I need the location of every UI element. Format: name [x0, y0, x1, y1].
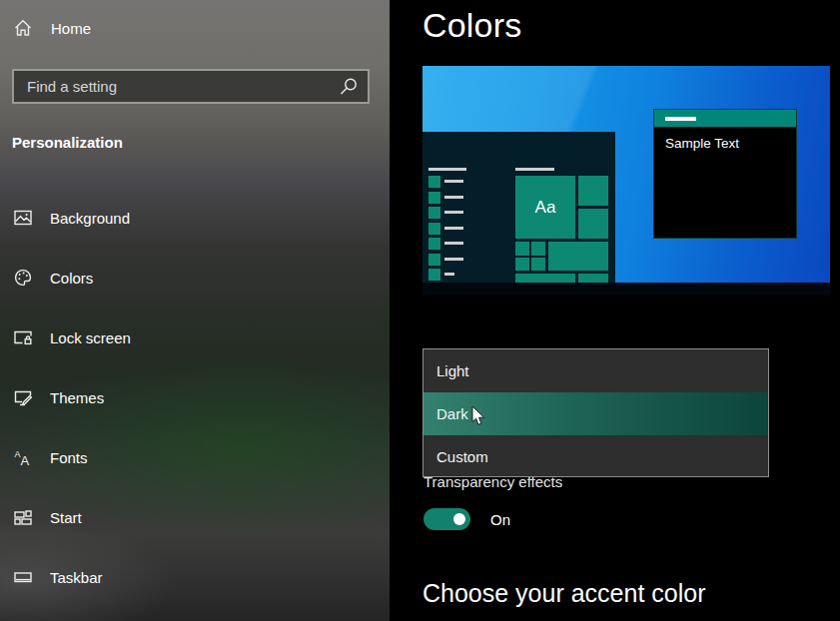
sidebar-home-label: Home — [51, 20, 91, 37]
menu-header-bar — [428, 168, 466, 171]
fonts-icon: A A — [13, 447, 33, 467]
menu-line — [444, 180, 463, 183]
toggle-knob — [453, 513, 465, 525]
sidebar-item-label: Fonts — [50, 449, 88, 466]
preview-tile — [578, 176, 608, 206]
transparency-toggle[interactable] — [423, 508, 470, 530]
sidebar-item-label: Background — [50, 210, 130, 227]
sidebar-item-home[interactable]: Home — [13, 14, 373, 42]
taskbar-icon — [13, 567, 33, 587]
preview-tile — [531, 258, 545, 271]
menu-app-square — [428, 269, 440, 281]
search-box[interactable] — [12, 69, 370, 104]
sidebar-item-start[interactable]: Start — [0, 487, 390, 547]
dropdown-option-dark[interactable]: Dark — [423, 392, 768, 435]
themes-icon — [13, 387, 33, 407]
preview-sample-text: Sample Text — [665, 136, 739, 151]
dropdown-option-dark-label: Dark — [436, 405, 468, 422]
menu-app-square — [428, 254, 440, 266]
page-title: Colors — [422, 6, 521, 45]
preview-tile — [515, 258, 529, 271]
sidebar-item-lock-screen[interactable]: Lock screen — [0, 308, 390, 367]
transparency-toggle-row: On — [423, 508, 510, 530]
image-icon — [13, 208, 33, 228]
color-mode-dropdown: Light Dark Custom — [422, 348, 769, 477]
sidebar-item-label: Taskbar — [50, 569, 103, 586]
preview-tile — [548, 242, 608, 271]
content-pane: Colors Aa — [390, 0, 840, 621]
palette-icon — [13, 268, 33, 288]
menu-line — [444, 227, 463, 230]
menu-line — [444, 258, 463, 261]
start-tiles-icon — [13, 507, 33, 527]
settings-window: Home Personalization Background — [0, 0, 840, 621]
preview-window-title-dash — [665, 117, 696, 121]
preview-tile — [578, 274, 608, 283]
preview-start-menu: Aa — [422, 132, 615, 283]
search-input[interactable] — [14, 71, 338, 102]
preview-taskbar — [422, 283, 830, 296]
sidebar-item-label: Lock screen — [50, 329, 131, 346]
menu-app-square — [428, 176, 440, 188]
preview-tile — [515, 242, 529, 256]
menu-line — [444, 196, 463, 199]
accent-color-heading: Choose your accent color — [422, 579, 705, 608]
lock-screen-icon — [13, 327, 33, 347]
tiles-header-bar — [515, 168, 554, 171]
sidebar-section-title: Personalization — [12, 134, 123, 151]
sidebar-item-fonts[interactable]: A A Fonts — [0, 427, 390, 487]
sidebar-item-label: Themes — [50, 389, 104, 406]
sidebar-item-colors[interactable]: Colors — [0, 248, 390, 308]
sidebar-item-background[interactable]: Background — [0, 188, 390, 248]
preview-window-titlebar — [654, 110, 796, 127]
menu-line — [444, 242, 463, 245]
menu-app-square — [428, 207, 440, 219]
preview-tile — [531, 242, 545, 256]
sidebar-item-label: Colors — [50, 270, 93, 287]
search-icon[interactable] — [338, 76, 360, 98]
menu-line — [444, 211, 463, 214]
sidebar-item-taskbar[interactable]: Taskbar — [0, 547, 390, 607]
svg-text:A: A — [21, 453, 30, 468]
theme-preview: Aa Sample Text — [422, 66, 830, 296]
menu-app-square — [428, 238, 440, 250]
sidebar: Home Personalization Background — [0, 0, 390, 621]
preview-large-tile: Aa — [515, 176, 575, 239]
menu-app-square — [428, 223, 440, 235]
menu-line — [444, 273, 454, 276]
preview-tile — [578, 209, 608, 239]
sidebar-item-label: Start — [50, 509, 82, 526]
menu-app-square — [428, 192, 440, 204]
dropdown-option-custom[interactable]: Custom — [423, 435, 768, 478]
dropdown-option-light[interactable]: Light — [423, 349, 768, 392]
sidebar-item-themes[interactable]: Themes — [0, 367, 390, 427]
preview-tile — [515, 274, 575, 283]
toggle-state-label: On — [490, 511, 510, 528]
home-icon — [13, 18, 33, 38]
preview-sample-window: Sample Text — [653, 109, 797, 239]
sidebar-nav: Background Colors Lock screen — [0, 188, 390, 607]
mouse-cursor-icon — [471, 406, 485, 427]
